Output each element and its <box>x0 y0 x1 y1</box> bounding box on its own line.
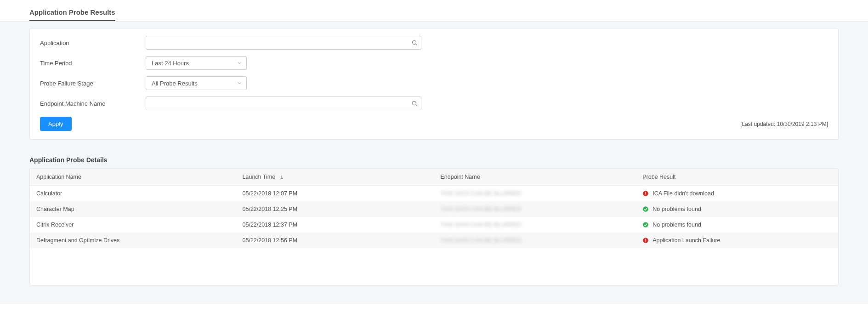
probe-stage-label: Probe Failure Stage <box>40 80 146 87</box>
col-header-endpoint-label: Endpoint Name <box>440 174 480 180</box>
svg-rect-11 <box>646 239 646 241</box>
col-header-probe-result[interactable]: Probe Result <box>636 169 838 186</box>
cell-endpoint-name: THIS DATA CAN BE BLURRED <box>434 233 636 248</box>
search-icon <box>411 40 418 46</box>
tab-application-probe-results[interactable]: Application Probe Results <box>29 8 115 21</box>
table-row[interactable]: Citrix Receiver05/22/2018 12:37 PMTHIS D… <box>30 217 838 233</box>
table-row[interactable]: Character Map05/22/2018 12:25 PMTHIS DAT… <box>30 201 838 217</box>
cell-application-name: Calculator <box>30 186 236 202</box>
svg-point-9 <box>643 222 648 228</box>
filter-panel: Application Time Period Last 24 Hours <box>29 28 839 140</box>
svg-line-3 <box>416 105 417 106</box>
table-row[interactable]: Calculator05/22/2018 12:07 PMTHIS DATA C… <box>30 186 838 202</box>
svg-rect-7 <box>646 194 646 195</box>
cell-launch-time: 05/22/2018 12:37 PM <box>236 217 434 233</box>
probe-stage-value: All Probe Results <box>152 80 198 87</box>
col-header-application-name[interactable]: Application Name <box>30 169 236 186</box>
col-header-result-label: Probe Result <box>642 174 675 180</box>
svg-point-8 <box>643 206 648 212</box>
result-text: Application Launch Failure <box>652 237 720 244</box>
cell-endpoint-name: THIS DATA CAN BE BLURRED <box>434 186 636 202</box>
check-circle-icon <box>642 206 649 212</box>
last-updated-text: [Last updated: 10/30/2019 2:13 PM] <box>740 121 828 127</box>
svg-rect-6 <box>646 192 646 194</box>
details-section: Application Probe Details Application Na… <box>29 156 839 285</box>
application-input[interactable] <box>146 36 421 50</box>
error-circle-icon <box>642 190 649 197</box>
cell-probe-result: ICA File didn't download <box>636 186 838 202</box>
cell-probe-result: No problems found <box>636 201 838 217</box>
col-header-launch-time[interactable]: Launch Time <box>236 169 434 186</box>
svg-line-1 <box>416 44 417 46</box>
time-period-label: Time Period <box>40 60 146 67</box>
endpoint-input[interactable] <box>146 97 421 110</box>
svg-point-2 <box>412 101 416 105</box>
cell-launch-time: 05/22/2018 12:07 PM <box>236 186 434 202</box>
application-label: Application <box>40 40 146 46</box>
search-icon <box>411 100 418 107</box>
cell-probe-result: Application Launch Failure <box>636 233 838 248</box>
cell-launch-time: 05/22/2018 12:25 PM <box>236 201 434 217</box>
tab-bar: Application Probe Results <box>0 0 868 22</box>
endpoint-label: Endpoint Machine Name <box>40 100 146 107</box>
filter-row-probe-stage: Probe Failure Stage All Probe Results <box>40 76 828 90</box>
cell-probe-result: No problems found <box>636 217 838 233</box>
cell-application-name: Defragment and Optimize Drives <box>30 233 236 248</box>
col-header-endpoint-name[interactable]: Endpoint Name <box>434 169 636 186</box>
cell-endpoint-name: THIS DATA CAN BE BLURRED <box>434 217 636 233</box>
table-row[interactable]: Defragment and Optimize Drives05/22/2018… <box>30 233 838 248</box>
svg-rect-12 <box>646 241 646 242</box>
check-circle-icon <box>642 222 649 228</box>
result-text: No problems found <box>652 222 701 228</box>
filter-row-application: Application <box>40 36 828 50</box>
filter-row-time-period: Time Period Last 24 Hours <box>40 56 828 70</box>
details-heading: Application Probe Details <box>29 156 839 164</box>
time-period-value: Last 24 Hours <box>152 60 189 67</box>
arrow-down-icon <box>279 175 284 180</box>
filter-row-endpoint: Endpoint Machine Name <box>40 97 828 110</box>
details-table-wrap: Application Name Launch Time Endpoint <box>29 168 839 285</box>
details-table: Application Name Launch Time Endpoint <box>30 169 838 248</box>
cell-application-name: Character Map <box>30 201 236 217</box>
apply-row: Apply [Last updated: 10/30/2019 2:13 PM] <box>40 117 828 131</box>
cell-launch-time: 05/22/2018 12:56 PM <box>236 233 434 248</box>
probe-stage-select[interactable]: All Probe Results <box>146 76 247 90</box>
time-period-select[interactable]: Last 24 Hours <box>146 56 247 70</box>
col-header-app-label: Application Name <box>36 174 81 180</box>
svg-point-0 <box>412 40 416 44</box>
apply-button[interactable]: Apply <box>40 117 72 131</box>
result-text: No problems found <box>652 206 701 212</box>
cell-endpoint-name: THIS DATA CAN BE BLURRED <box>434 201 636 217</box>
cell-application-name: Citrix Receiver <box>30 217 236 233</box>
result-text: ICA File didn't download <box>652 190 714 197</box>
error-circle-icon <box>642 237 649 244</box>
col-header-launch-label: Launch Time <box>243 174 276 180</box>
